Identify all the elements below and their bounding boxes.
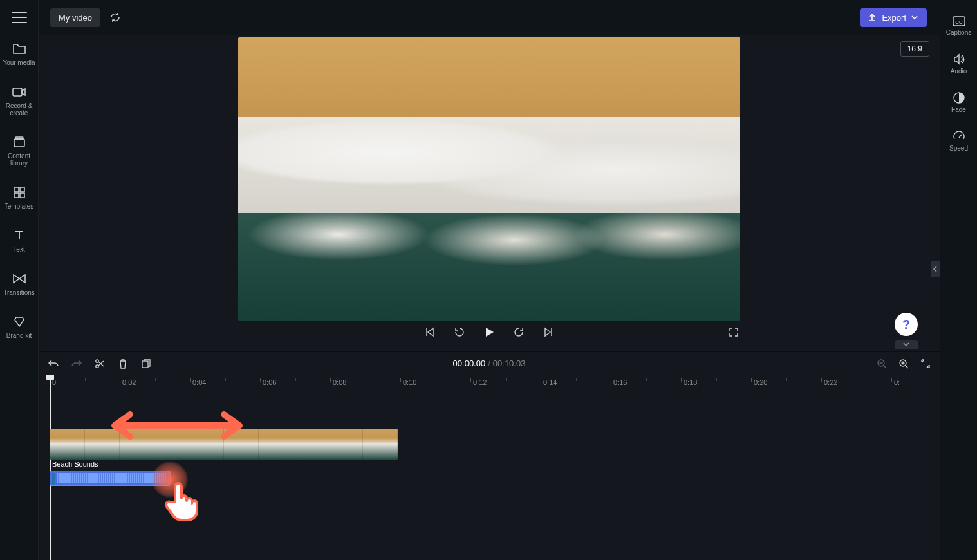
timecode-total: 00:10.03 (493, 359, 526, 368)
svg-rect-0 (13, 88, 22, 96)
export-button[interactable]: Export (860, 8, 927, 27)
svg-rect-5 (14, 193, 19, 198)
skip-end-button[interactable] (542, 326, 555, 339)
svg-rect-12 (142, 361, 148, 368)
library-icon (12, 135, 27, 150)
sidebar-item-brand-kit[interactable]: Brand kit (0, 314, 39, 339)
timeline-zoom-controls (875, 357, 932, 370)
sidebar-item-audio[interactable]: Audio (940, 53, 978, 75)
menu-button[interactable] (12, 12, 27, 23)
aspect-ratio-selector[interactable]: 16:9 (900, 41, 929, 57)
camera-icon (12, 84, 27, 100)
svg-rect-1 (14, 139, 24, 147)
sidebar-item-text[interactable]: Text (0, 228, 39, 253)
sidebar-item-templates[interactable]: Templates (0, 185, 39, 210)
svg-rect-2 (15, 137, 23, 139)
chevron-down-icon (911, 15, 918, 19)
timeline-ruler[interactable]: 00:020:040:060:080:100:120:140:160:180:2… (39, 375, 940, 391)
preview-area: 16:9 ? (39, 35, 940, 351)
sidebar-item-label: Transitions (3, 289, 35, 296)
zoom-fit-button[interactable] (919, 357, 932, 370)
svg-point-10 (96, 359, 98, 362)
fade-icon (953, 91, 965, 104)
sidebar-item-label: Content library (8, 153, 30, 167)
duplicate-button[interactable] (139, 357, 153, 371)
sidebar-item-label: Brand kit (6, 332, 32, 339)
sidebar-item-record-create[interactable]: Record & create (0, 84, 39, 117)
speaker-icon (953, 53, 965, 66)
timeline: 00:020:040:060:080:100:120:140:160:180:2… (39, 375, 940, 560)
sidebar-item-your-media[interactable]: Your media (0, 41, 39, 66)
play-button[interactable] (483, 326, 496, 339)
delete-button[interactable] (116, 357, 130, 371)
expand-right-panel-handle[interactable] (931, 261, 940, 277)
sidebar-right: CC Captions Audio Fade Speed (940, 0, 977, 560)
audio-clip[interactable] (50, 471, 171, 486)
zoom-in-button[interactable] (897, 357, 910, 370)
upload-icon (868, 13, 877, 22)
undo-button[interactable] (46, 357, 60, 371)
svg-rect-4 (20, 187, 24, 192)
sidebar-item-label: Text (13, 246, 24, 253)
timeline-tracks: Beach Sounds (39, 391, 940, 560)
redo-button[interactable] (70, 357, 84, 371)
svg-rect-3 (14, 187, 19, 192)
zoom-out-button[interactable] (875, 357, 888, 370)
sidebar-item-label: Your media (3, 59, 35, 66)
sidebar-item-captions[interactable]: CC Captions (940, 15, 978, 36)
sidebar-item-label: Record & create (6, 102, 33, 117)
video-clip[interactable] (50, 429, 398, 460)
collapse-panel-button[interactable] (895, 340, 918, 349)
svg-text:CC: CC (955, 19, 963, 25)
help-button[interactable]: ? (895, 313, 918, 336)
sidebar-item-content-library[interactable]: Content library (0, 135, 39, 167)
split-button[interactable] (93, 357, 107, 371)
templates-icon (12, 185, 27, 200)
audio-clip-label: Beach Sounds (50, 459, 940, 470)
transitions-icon (12, 271, 27, 286)
fullscreen-button[interactable] (727, 326, 740, 339)
folder-icon (12, 41, 27, 57)
export-button-label: Export (882, 13, 906, 23)
sidebar-left: Your media Record & create Content libra… (0, 0, 39, 560)
timecode-display: 00:00.00/00:10.03 (453, 359, 526, 368)
sync-icon[interactable] (109, 12, 121, 23)
sidebar-item-speed[interactable]: Speed (940, 130, 978, 152)
text-icon (12, 228, 27, 243)
sidebar-item-label: Audio (951, 68, 967, 75)
rewind-button[interactable] (453, 326, 466, 339)
timecode-current: 00:00.00 (453, 359, 486, 368)
top-bar: My video Export (39, 0, 940, 35)
timeline-toolbar: 00:00.00/00:10.03 (39, 351, 940, 375)
project-title[interactable]: My video (50, 8, 100, 27)
sidebar-item-label: Captions (946, 29, 971, 36)
speedometer-icon (953, 130, 965, 143)
sidebar-item-label: Speed (949, 145, 968, 152)
audio-clip-trim-handle-left[interactable] (52, 473, 55, 485)
captions-icon: CC (952, 15, 966, 27)
sidebar-item-transitions[interactable]: Transitions (0, 271, 39, 296)
sidebar-item-label: Templates (5, 203, 34, 210)
sidebar-item-label: Fade (951, 106, 966, 113)
sidebar-item-fade[interactable]: Fade (940, 91, 978, 113)
transport-controls (238, 326, 740, 339)
video-preview[interactable] (238, 37, 740, 321)
forward-button[interactable] (512, 326, 525, 339)
brandkit-icon (12, 314, 27, 330)
skip-start-button[interactable] (423, 326, 436, 339)
svg-point-11 (96, 364, 98, 367)
svg-rect-6 (20, 193, 24, 198)
